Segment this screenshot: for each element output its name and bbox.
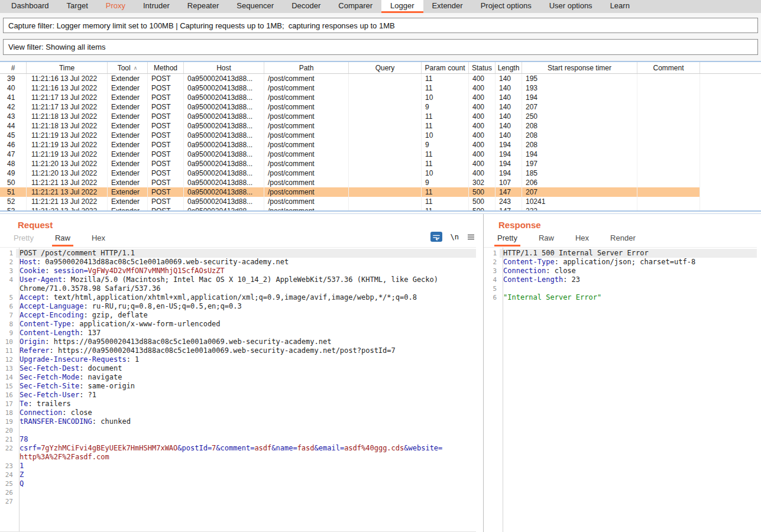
column-header-num[interactable]: # (0, 62, 27, 73)
line-number: 8 (0, 320, 16, 329)
cell-param-count: 11 (422, 121, 469, 131)
tab-decoder[interactable]: Decoder (283, 0, 329, 13)
line-number: 16 (0, 391, 16, 400)
cell-start-response-timer: 197 (522, 159, 637, 168)
cell-filler (700, 178, 761, 187)
word-wrap-toggle-icon[interactable] (430, 232, 442, 242)
editor-menu-icon[interactable] (467, 234, 475, 240)
cell-num: 51 (0, 187, 27, 197)
tab-dashboard[interactable]: Dashboard (2, 0, 58, 13)
table-row[interactable]: 4411:21:18 13 Jul 2022ExtenderPOST0a9500… (0, 121, 761, 131)
response-tab-render[interactable]: Render (607, 233, 639, 246)
editor-line: 5Accept: text/html,application/xhtml+xml… (0, 293, 476, 302)
request-tab-hex[interactable]: Hex (89, 233, 108, 246)
tab-user-options[interactable]: User options (540, 0, 601, 13)
cell-start-response-timer: 208 (522, 121, 637, 131)
editor-line: 13Sec-Fetch-Dest: document (0, 364, 476, 373)
cell-method: POST (148, 112, 184, 121)
table-row[interactable]: 4811:21:20 13 Jul 2022ExtenderPOST0a9500… (0, 159, 761, 168)
tab-target[interactable]: Target (58, 0, 97, 13)
response-editor[interactable]: 1HTTP/1.1 500 Internal Server Error2Cont… (484, 247, 757, 532)
tab-intruder[interactable]: Intruder (134, 0, 179, 13)
cell-method: POST (148, 131, 184, 140)
column-header-label: Time (59, 64, 75, 72)
table-row[interactable]: 5111:21:21 13 Jul 2022ExtenderPOST0a9500… (0, 187, 761, 197)
line-text: Content-Length: 23 (500, 275, 757, 284)
cell-comment (637, 197, 700, 206)
response-tab-raw[interactable]: Raw (536, 233, 557, 246)
tab-learn[interactable]: Learn (601, 0, 639, 13)
table-row[interactable]: 4311:21:18 13 Jul 2022ExtenderPOST0a9500… (0, 112, 761, 121)
column-header-host[interactable]: Host (184, 62, 264, 73)
response-tab-hex[interactable]: Hex (572, 233, 592, 246)
cell-param-count: 10 (422, 93, 469, 102)
line-text: Cookie: session=VgFWy4D2vMfON7vMNMhjQ1Sc… (16, 267, 476, 275)
table-row[interactable]: 5211:21:21 13 Jul 2022ExtenderPOST0a9500… (0, 197, 761, 206)
column-header-label: Query (375, 64, 395, 72)
cell-status: 400 (469, 74, 496, 83)
column-header-path[interactable]: Path (264, 62, 349, 73)
view-filter-bar[interactable]: View filter: Showing all items (3, 39, 758, 55)
capture-filter-text: Capture filter: Logger memory limit set … (8, 21, 395, 30)
cell-time: 11:21:20 13 Jul 2022 (27, 168, 108, 178)
tab-comparer[interactable]: Comparer (329, 0, 381, 13)
request-tab-raw[interactable]: Raw (52, 233, 73, 246)
editor-line: Chrome/71.0.3578.98 Safari/537.36 (0, 284, 476, 293)
table-row[interactable]: 4111:21:17 13 Jul 2022ExtenderPOST0a9500… (0, 93, 761, 102)
line-text: Accept-Encoding: gzip, deflate (16, 311, 476, 320)
request-editor-tabs: PrettyRawHex \n (0, 230, 483, 246)
cell-comment (637, 112, 700, 121)
cell-path: /post/comment (264, 168, 349, 178)
table-row[interactable]: 4611:21:19 13 Jul 2022ExtenderPOST0a9500… (0, 140, 761, 150)
column-header-method[interactable]: Method (148, 62, 184, 73)
cell-path: /post/comment (264, 187, 349, 197)
response-tab-pretty[interactable]: Pretty (494, 233, 520, 246)
newline-characters-icon[interactable]: \n (451, 233, 459, 241)
cell-status: 400 (469, 83, 496, 93)
cell-time: 11:21:21 13 Jul 2022 (27, 187, 108, 197)
line-text: Content-Type: application/x-www-form-url… (16, 320, 476, 329)
column-header-param-count[interactable]: Param count (422, 62, 469, 73)
cell-comment (637, 178, 700, 187)
cell-filler (700, 83, 761, 93)
capture-filter-bar[interactable]: Capture filter: Logger memory limit set … (3, 18, 758, 33)
table-row[interactable]: 3911:21:16 13 Jul 2022ExtenderPOST0a9500… (0, 74, 761, 83)
column-header-filler (700, 62, 761, 73)
table-row[interactable]: 4211:21:17 13 Jul 2022ExtenderPOST0a9500… (0, 102, 761, 112)
table-row[interactable]: 4011:21:16 13 Jul 2022ExtenderPOST0a9500… (0, 83, 761, 93)
column-header-length[interactable]: Length (496, 62, 522, 73)
tab-proxy[interactable]: Proxy (97, 0, 134, 13)
tab-logger[interactable]: Logger (381, 0, 423, 13)
tab-project-options[interactable]: Project options (472, 0, 540, 13)
cell-comment (637, 74, 700, 83)
editor-line: 9Content-Length: 137 (0, 329, 476, 338)
request-tab-pretty[interactable]: Pretty (11, 233, 37, 246)
column-header-tool[interactable]: Tool∧ (108, 62, 148, 73)
tab-extender[interactable]: Extender (423, 0, 472, 13)
tab-sequencer[interactable]: Sequencer (228, 0, 283, 13)
cell-num: 52 (0, 197, 27, 206)
column-header-label: Start response timer (548, 64, 611, 72)
cell-start-response-timer: 250 (522, 112, 637, 121)
tab-repeater[interactable]: Repeater (179, 0, 228, 13)
column-header-label: # (11, 64, 15, 72)
logger-table-body: 3911:21:16 13 Jul 2022ExtenderPOST0a9500… (0, 74, 761, 210)
column-header-time[interactable]: Time (27, 62, 108, 73)
column-header-status[interactable]: Status (469, 62, 496, 73)
cell-length: 147 (496, 187, 522, 197)
column-header-comment[interactable]: Comment (637, 62, 700, 73)
table-row[interactable]: 5311:21:22 13 Jul 2022ExtenderPOST0a9500… (0, 206, 761, 210)
column-header-start-response-timer[interactable]: Start response timer (522, 62, 637, 73)
cell-method: POST (148, 140, 184, 150)
cell-path: /post/comment (264, 197, 349, 206)
column-header-query[interactable]: Query (349, 62, 422, 73)
table-row[interactable]: 4711:21:19 13 Jul 2022ExtenderPOST0a9500… (0, 150, 761, 159)
editor-line: 15Sec-Fetch-Site: same-origin (0, 382, 476, 391)
editor-line: 5 (484, 284, 757, 293)
table-row[interactable]: 4511:21:19 13 Jul 2022ExtenderPOST0a9500… (0, 131, 761, 140)
line-number: 26 (0, 488, 16, 497)
request-editor[interactable]: 1POST /post/comment HTTP/1.12Host: 0a950… (0, 247, 476, 532)
table-row[interactable]: 5011:21:21 13 Jul 2022ExtenderPOST0a9500… (0, 178, 761, 187)
cell-comment (637, 102, 700, 112)
table-row[interactable]: 4911:21:20 13 Jul 2022ExtenderPOST0a9500… (0, 168, 761, 178)
